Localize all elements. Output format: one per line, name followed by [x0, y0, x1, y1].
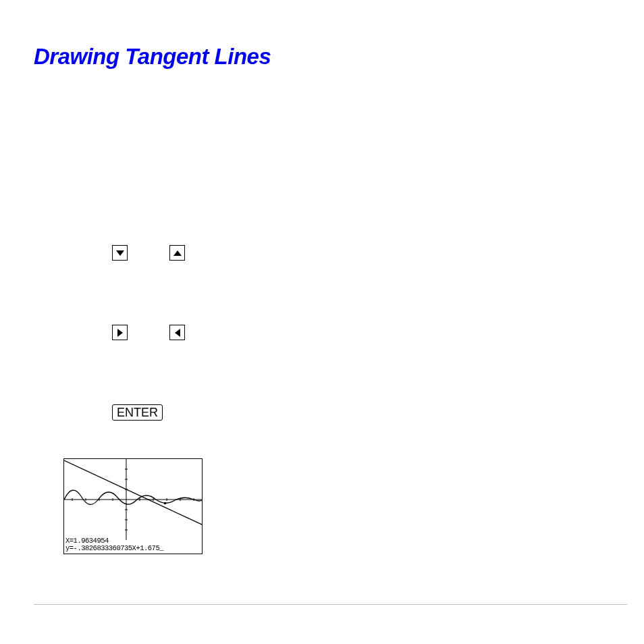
svg-rect-22: [164, 502, 166, 504]
down-arrow-key: [112, 245, 128, 261]
page-title: Drawing Tangent Lines: [34, 44, 610, 70]
calculator-readout: X=1.9634954 y=-.3826833360735X+1.675_: [65, 537, 163, 552]
svg-marker-2: [117, 329, 123, 337]
instruction-block: ENTER: [112, 245, 610, 421]
svg-marker-1: [173, 250, 182, 256]
enter-key: ENTER: [112, 404, 163, 421]
footer-divider: [34, 604, 627, 605]
svg-marker-0: [116, 250, 124, 256]
left-arrow-key: [169, 325, 185, 340]
up-arrow-key: [169, 245, 185, 261]
calculator-screenshot: X=1.9634954 y=-.3826833360735X+1.675_: [63, 458, 203, 554]
svg-line-21: [64, 460, 203, 525]
svg-marker-3: [175, 329, 180, 337]
right-arrow-key: [112, 325, 128, 340]
